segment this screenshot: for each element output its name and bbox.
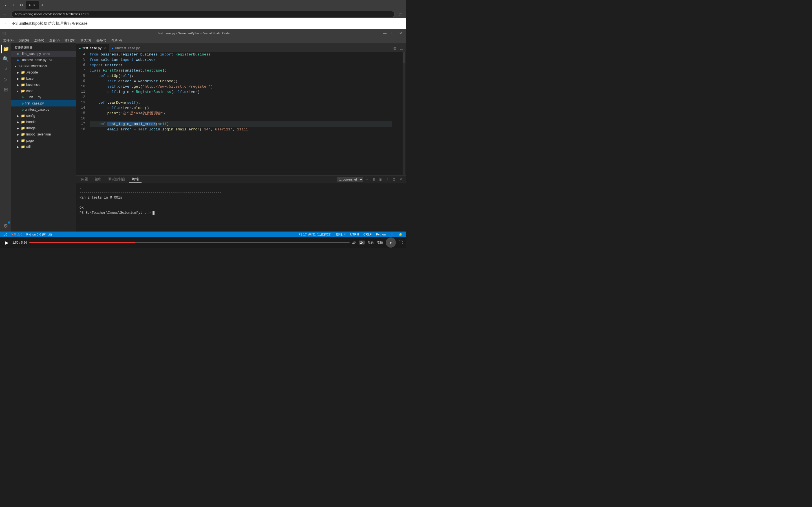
terminal-tab-terminal[interactable]: 终端 — [129, 176, 142, 182]
line-num-8: 8 — [76, 73, 85, 78]
tab-first-case[interactable]: ● first_case.py ✕ — [76, 44, 109, 52]
video-progress-bar[interactable] — [29, 242, 350, 243]
terminal-line-ok: OK — [80, 205, 403, 210]
status-git-icon[interactable]: ⎇ — [2, 233, 8, 236]
file-icon-init: ⊙ — [21, 96, 24, 99]
tab-unittest-case[interactable]: ● unittest_case.py — [109, 44, 142, 52]
minimize-btn[interactable]: — — [382, 30, 388, 36]
menu-select[interactable]: 选择(F) — [32, 38, 47, 43]
video-play-button[interactable]: ▶ — [3, 239, 10, 246]
code-content[interactable]: from business.register_business import R… — [87, 52, 392, 175]
forward-button[interactable]: › — [10, 2, 17, 8]
browser-tab[interactable]: 4 × — [26, 1, 39, 9]
url-input[interactable] — [11, 11, 395, 17]
split-editor-btn[interactable]: ⊡ — [392, 46, 398, 51]
status-spaces[interactable]: 空格: 4 — [335, 232, 347, 237]
menu-debug[interactable]: 调试(D) — [78, 38, 93, 43]
status-notification-icon[interactable]: 🔔 — [398, 233, 404, 236]
more-actions-btn[interactable]: … — [399, 46, 404, 51]
sidebar-item-init[interactable]: ⊙ __init__.py — [11, 94, 76, 100]
new-tab-button[interactable]: + — [39, 2, 46, 8]
bookmark-btn[interactable]: ☆ — [397, 11, 404, 17]
menu-edit[interactable]: 编辑(E) — [16, 38, 31, 43]
status-encoding[interactable]: UTF-8 — [349, 233, 360, 236]
menu-file[interactable]: 文件(F) — [1, 38, 16, 43]
terminal-line-sep: ----------------------------------------… — [80, 190, 403, 195]
file-icon-first-case: ⊙ — [21, 102, 24, 105]
terminal-content[interactable]: . --------------------------------------… — [76, 183, 406, 231]
code-line-9: self.driver = webdriver.Chrome() — [90, 78, 392, 84]
sidebar-item-imooc-selenium[interactable]: ▶ 📁 Imooc_selenium — [11, 131, 76, 137]
sidebar-item-util[interactable]: ▶ 📁 util — [11, 144, 76, 150]
video-back-label[interactable]: 后退 — [368, 240, 374, 245]
address-back-btn[interactable]: ← — [2, 11, 9, 17]
sidebar-item-handle[interactable]: ▶ 📁 handle — [11, 119, 76, 125]
sidebar-item-config[interactable]: ▶ 📁 config — [11, 113, 76, 119]
activity-bar: 📁 🔍 ⑂ ▷ ⊞ ⚙1 — [0, 43, 11, 231]
sidebar-item-page[interactable]: ▶ 📁 page — [11, 137, 76, 144]
split-terminal-btn[interactable]: ⊞ — [371, 177, 377, 182]
page-back-icon[interactable]: ← — [4, 21, 9, 26]
kill-terminal-btn[interactable]: 🗑 — [378, 177, 384, 182]
sidebar-root-label[interactable]: ▾ SELENIUMPYTHON — [11, 63, 76, 69]
menu-task[interactable]: 任务(T) — [94, 38, 109, 43]
activity-git-icon[interactable]: ⑂ — [1, 65, 10, 74]
scroll-up-btn[interactable]: ∧ — [385, 177, 390, 182]
sidebar-item-unittest-case[interactable]: ⊙ unittest_case.py — [11, 107, 76, 113]
code-line-13: def tearDown(self): — [90, 100, 392, 105]
back-button[interactable]: ‹ — [2, 2, 9, 8]
menu-view[interactable]: 查看(V) — [47, 38, 62, 43]
terminal-tab-output[interactable]: 输出 — [92, 176, 104, 182]
maximize-terminal-btn[interactable]: ⊡ — [391, 177, 397, 182]
folder-icon-handle: 📁 — [21, 120, 25, 124]
file-name-first-case: first_case.py — [25, 101, 44, 105]
menu-goto[interactable]: 转到(G) — [62, 38, 78, 43]
video-speed-badge[interactable]: 2x — [359, 240, 365, 244]
tab-close-1[interactable]: ✕ — [103, 46, 106, 50]
page-arrow: ▶ — [17, 139, 20, 142]
tab-close-btn[interactable]: × — [32, 3, 36, 7]
maximize-btn[interactable]: ☐ — [390, 30, 396, 36]
video-fullscreen-btn[interactable]: ⛶ — [399, 240, 403, 245]
sidebar-item-image[interactable]: ▶ 📁 Image — [11, 125, 76, 131]
menu-help[interactable]: 帮助(H) — [109, 38, 124, 43]
terminal-tab-problems[interactable]: 问题 — [79, 176, 91, 182]
sidebar-item-first-case[interactable]: ⊙ first_case.py — [11, 100, 76, 107]
status-line-ending[interactable]: CRLF — [362, 233, 373, 236]
sidebar-item-base[interactable]: ▶ 📁 base — [11, 75, 76, 82]
code-line-11: self.login = RegisterBusiness(self.drive… — [90, 89, 392, 95]
line-num-12: 12 — [76, 95, 85, 100]
sidebar: 打开的编辑器 ● first_case.py case ● unittest_c… — [11, 43, 76, 231]
status-avatar-icon[interactable]: 👤 — [389, 233, 395, 236]
terminal-tab-debug[interactable]: 调试控制台 — [105, 176, 128, 182]
code-line-10: self.driver.get('http://www.5itest.cn/re… — [90, 84, 392, 89]
open-file-first-case[interactable]: ● first_case.py case — [11, 51, 76, 57]
shell-selector[interactable]: 1: powershell — [337, 177, 363, 182]
root-arrow: ▾ — [15, 65, 17, 68]
status-errors[interactable]: ✕ 0 ⚠ 0 — [10, 233, 23, 236]
close-terminal-btn[interactable]: ✕ — [398, 177, 404, 182]
sidebar-item-vscode[interactable]: ▶ 📁 .vscode — [11, 69, 76, 75]
activity-debug-icon[interactable]: ▷ — [1, 75, 10, 84]
terminal-controls: 1: powershell + ⊞ 🗑 ∧ ⊡ ✕ — [337, 177, 404, 182]
activity-extensions-icon[interactable]: ⊞ — [1, 85, 10, 94]
editor-area: ● first_case.py ✕ ● unittest_case.py ⊡ …… — [76, 43, 406, 231]
sidebar-item-case[interactable]: ▾ 📂 case — [11, 88, 76, 94]
video-play-circle[interactable]: ▶ — [386, 237, 396, 247]
code-line-17: def test_login_email_error(self): — [90, 121, 392, 127]
video-forward-label[interactable]: 流畅 — [377, 240, 383, 245]
new-terminal-btn[interactable]: + — [364, 177, 370, 182]
reload-button[interactable]: ↻ — [18, 2, 25, 8]
status-line-col[interactable]: 行 17, 列 31 (已选择22) — [298, 232, 333, 237]
activity-search-icon[interactable]: 🔍 — [1, 55, 10, 64]
activity-files-icon[interactable]: 📁 — [1, 45, 10, 54]
volume-icon[interactable]: 🔊 — [352, 241, 356, 244]
sidebar-item-business[interactable]: ▶ 📁 business — [11, 82, 76, 88]
open-file-unittest-case[interactable]: ● unittest_case.py ca... — [11, 57, 76, 63]
tab-bar: 4 × + — [26, 1, 404, 9]
close-btn[interactable]: ✕ — [398, 30, 404, 36]
activity-settings-icon[interactable]: ⚙1 — [1, 221, 10, 230]
status-python-version[interactable]: Python 3.6 (64-bit) — [25, 233, 53, 236]
status-left: ⎇ ✕ 0 ⚠ 0 Python 3.6 (64-bit) — [2, 233, 53, 236]
status-language[interactable]: Python — [375, 233, 387, 236]
